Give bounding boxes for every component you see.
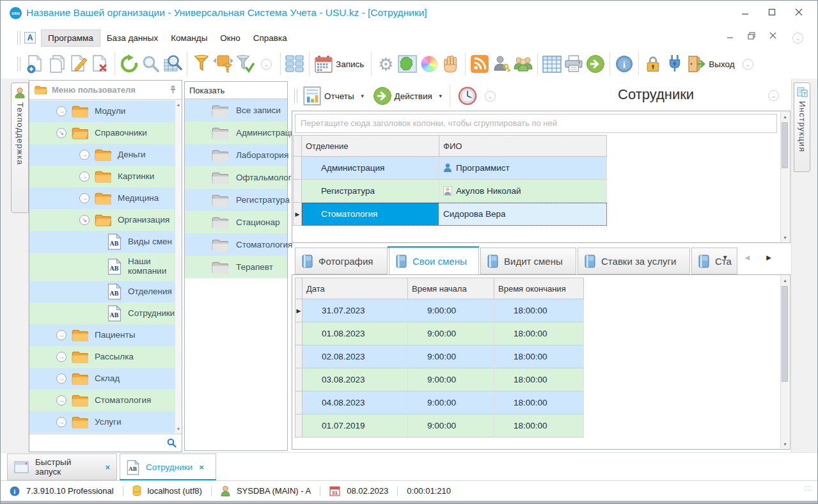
column-header-date[interactable]: Дата	[303, 278, 408, 299]
layout-grid-icon[interactable]	[284, 53, 306, 75]
collapse-icon[interactable]: ↘	[56, 128, 67, 138]
expand-icon[interactable]: →	[79, 150, 90, 160]
tree-item-patients[interactable]: →Пациенты	[29, 324, 175, 346]
tree-item-directories[interactable]: ↘Справочники	[29, 122, 175, 144]
filter-apply-icon[interactable]	[234, 53, 256, 75]
filter-item-ophthalmologist[interactable]: Офтальмолог	[185, 166, 287, 189]
cell-end[interactable]: 18:00:00	[494, 368, 584, 391]
filter-item-registry[interactable]: Регистратура	[185, 189, 287, 211]
shift-row[interactable]: 03.08.2023 9:00:00 18:00:00	[295, 368, 584, 391]
filter-icon[interactable]	[191, 53, 212, 75]
cell-date[interactable]: 01.07.2019	[303, 414, 408, 437]
employees-grid-scrollbar[interactable]: ▲ ▼	[780, 112, 789, 242]
column-header-fio[interactable]: ФИО	[439, 135, 607, 157]
expand-icon[interactable]: →	[79, 193, 90, 203]
tree-item-money[interactable]: →Деньги	[29, 144, 175, 166]
expand-icon[interactable]: →	[79, 171, 90, 182]
map-icon[interactable]	[397, 53, 418, 75]
menu-commands[interactable]: Команды	[164, 30, 214, 46]
search-grid-icon[interactable]	[162, 53, 184, 75]
cell-end[interactable]: 18:00:00	[494, 299, 584, 322]
toolbar-overflow-chevron-icon[interactable]: ⌄	[261, 59, 272, 70]
cell-start[interactable]: 9:00:00	[408, 391, 494, 414]
filter-item-all-records[interactable]: Все записи	[185, 99, 287, 122]
cell-department[interactable]: Администрация	[302, 157, 439, 180]
tree-item-medicine[interactable]: →Медицина	[29, 187, 175, 209]
tree-item-shift-types[interactable]: ABВиды смен	[29, 231, 175, 253]
rss-icon[interactable]	[469, 53, 491, 75]
add-record-icon[interactable]	[24, 53, 46, 75]
print-icon[interactable]	[563, 53, 585, 75]
menu-help[interactable]: Справка	[247, 30, 294, 46]
expand-icon[interactable]: →	[56, 417, 67, 427]
close-button[interactable]	[792, 6, 806, 19]
cell-date[interactable]: 01.08.2023	[303, 322, 408, 345]
mdi-restore-button[interactable]	[748, 32, 755, 40]
color-wheel-icon[interactable]	[418, 53, 440, 75]
group-by-panel[interactable]: Перетащите сюда заголовок колонки, чтобы…	[295, 114, 777, 133]
cell-date[interactable]: 31.07.2023	[303, 299, 408, 322]
tab-photo[interactable]: Фотография	[295, 248, 388, 274]
menubar-drag-handle[interactable]	[17, 31, 20, 45]
cell-end[interactable]: 18:00:00	[494, 391, 584, 414]
menu-program[interactable]: Программа	[41, 29, 100, 47]
hand-icon[interactable]	[440, 53, 462, 75]
tab-sees-shifts[interactable]: Видит смены	[480, 248, 576, 274]
pin-icon[interactable]	[169, 86, 177, 94]
cell-department[interactable]: Регистратура	[302, 180, 439, 203]
tree-search-input[interactable]	[29, 437, 167, 450]
reports-button[interactable]: Отчеты	[324, 91, 354, 101]
shift-row[interactable]: 01.08.2023 9:00:00 18:00:00	[295, 322, 584, 345]
tab-instruction[interactable]: ? Инструкция	[794, 83, 810, 172]
maximize-button[interactable]	[765, 6, 779, 19]
filter-item-hospital[interactable]: Стационар	[185, 211, 287, 233]
filter-item-dentistry[interactable]: Стоматология	[185, 233, 287, 256]
tab-own-shifts[interactable]: Свои смены	[389, 248, 479, 274]
tab-service-rates[interactable]: Ставки за услуги	[578, 248, 690, 274]
cell-start[interactable]: 9:00:00	[408, 345, 494, 368]
mdi-minimize-button[interactable]	[727, 32, 734, 40]
cell-date[interactable]: 02.08.2023	[303, 345, 408, 368]
edit-record-icon[interactable]	[68, 53, 90, 75]
cell-start[interactable]: 9:00:00	[408, 414, 494, 437]
go-next-icon[interactable]	[585, 53, 606, 75]
shift-row[interactable]: ▶ 31.07.2023 9:00:00 18:00:00	[295, 299, 584, 322]
search-icon[interactable]	[167, 438, 177, 448]
cell-date[interactable]: 04.08.2023	[303, 391, 408, 414]
tab-tech-support[interactable]: Техподдержка	[11, 83, 29, 213]
menubar-overflow-chevron-icon[interactable]: ⌄	[792, 33, 803, 43]
tab-truncated[interactable]: Ста	[691, 248, 737, 274]
expand-icon[interactable]: →	[56, 352, 67, 362]
tree-scrollbar[interactable]: ▲▼	[175, 100, 182, 433]
refresh-icon[interactable]	[118, 53, 140, 75]
tree-item-employees[interactable]: ABСотрудники	[29, 303, 175, 324]
cell-fio[interactable]: Программист	[439, 157, 607, 180]
tab-scroll-right-icon[interactable]: ▶	[766, 254, 771, 261]
actions-icon[interactable]	[372, 85, 393, 107]
employee-row[interactable]: Администрация Программист	[293, 157, 607, 180]
filter-item-administration[interactable]: Администрация	[185, 122, 287, 144]
tree-item-modules[interactable]: →Модули	[29, 100, 175, 122]
info-icon[interactable]: i	[613, 53, 635, 75]
title-chevron-icon[interactable]: ⌄	[768, 90, 779, 101]
cell-end[interactable]: 18:00:00	[494, 345, 584, 368]
tree-item-organization[interactable]: ↘Организация	[29, 209, 175, 231]
filter-item-therapist[interactable]: Терапевт	[185, 256, 287, 278]
tree-search-box[interactable]	[29, 434, 182, 452]
tree-item-pictures[interactable]: →Картинки	[29, 166, 175, 187]
resize-grip-icon[interactable]: ⁚⁚⁚	[805, 485, 812, 492]
record-calendar-icon[interactable]	[313, 53, 334, 75]
tree-item-warehouse[interactable]: →Склад	[29, 368, 175, 390]
lock-icon[interactable]	[642, 53, 664, 75]
module-overflow-chevron-icon[interactable]: ⌄	[485, 91, 496, 102]
horizontal-splitter-handle[interactable]: ········	[579, 240, 603, 246]
tree-item-dentistry[interactable]: →Стоматология	[29, 390, 175, 411]
cell-fio[interactable]: Акулов Николай	[439, 180, 607, 203]
filter-range-icon[interactable]	[212, 53, 234, 75]
menu-window[interactable]: Окно	[214, 30, 246, 46]
table-icon[interactable]	[541, 53, 563, 75]
toolbar2-overflow-chevron-icon[interactable]: ⌄	[743, 59, 753, 70]
cell-end[interactable]: 18:00:00	[494, 322, 584, 345]
shifts-grid-scrollbar[interactable]: ▲ ▼	[780, 276, 789, 448]
shift-row[interactable]: 04.08.2023 9:00:00 18:00:00	[295, 391, 584, 414]
